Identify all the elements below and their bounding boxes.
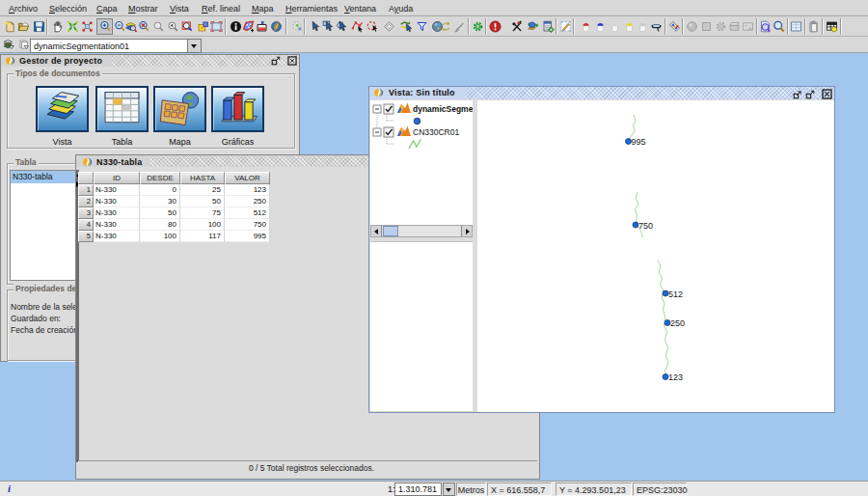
svg-text:750: 750 — [638, 221, 653, 231]
svg-text:512: 512 — [668, 289, 683, 299]
svg-text:123: 123 — [668, 372, 683, 382]
svg-text:250: 250 — [670, 318, 685, 328]
svg-text:995: 995 — [632, 137, 646, 147]
